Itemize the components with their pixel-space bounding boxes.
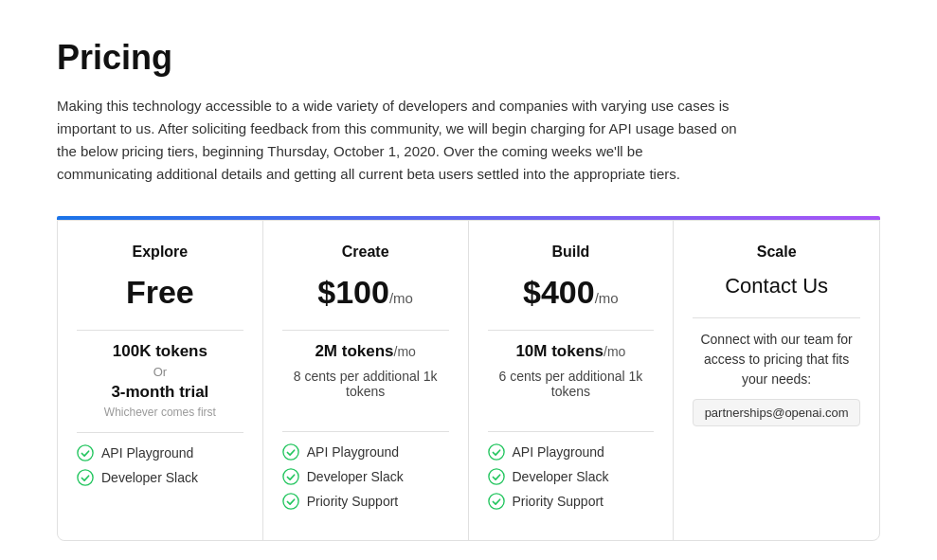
create-price-main: $100: [317, 274, 389, 310]
page-title: Pricing: [57, 38, 880, 78]
list-item: Developer Slack: [488, 468, 655, 485]
feature-label: API Playground: [513, 444, 604, 460]
list-item: Priority Support: [282, 493, 449, 510]
scale-contact-label: Contact Us: [725, 274, 828, 298]
build-price-period: /mo: [595, 290, 619, 306]
feature-label: Developer Slack: [513, 469, 609, 484]
check-icon: [282, 468, 299, 485]
svg-point-6: [488, 469, 503, 484]
create-tokens-amount: 2M tokens: [315, 342, 393, 360]
svg-point-5: [488, 444, 503, 460]
plan-explore: Explore Free 100K tokens Or 3-month tria…: [58, 221, 263, 540]
build-price-main: $400: [523, 274, 595, 310]
check-icon: [488, 493, 505, 510]
svg-point-2: [283, 444, 298, 460]
create-plan-price: $100/mo: [282, 274, 449, 311]
explore-plan-price: Free: [77, 274, 243, 311]
explore-features-list: API Playground Developer Slack: [77, 444, 243, 486]
create-plan-name: Create: [282, 244, 449, 261]
check-icon: [77, 469, 94, 486]
build-tokens-amount: 10M tokens: [515, 342, 604, 360]
create-tokens-additional: 8 cents per additional 1k tokens: [282, 369, 449, 399]
check-icon: [488, 468, 505, 485]
explore-tokens-or: Or: [77, 365, 243, 379]
build-plan-price: $400/mo: [488, 274, 655, 311]
create-tokens-main: 2M tokens/mo: [282, 342, 449, 361]
build-features-list: API Playground Developer Slack: [488, 443, 655, 510]
check-icon: [488, 443, 505, 461]
check-icon: [77, 444, 94, 461]
list-item: API Playground: [282, 443, 449, 461]
svg-point-4: [283, 494, 298, 509]
explore-tokens-section: 100K tokens Or 3-month trial Whichever c…: [77, 342, 243, 419]
page-description: Making this technology accessible to a w…: [57, 95, 739, 186]
list-item: Developer Slack: [77, 469, 243, 486]
create-price-period: /mo: [389, 290, 413, 306]
explore-price-main: Free: [126, 274, 194, 310]
svg-point-1: [78, 470, 93, 485]
build-plan-name: Build: [488, 244, 655, 261]
explore-tokens-trial: 3-month trial: [77, 383, 243, 402]
feature-label: Developer Slack: [101, 470, 198, 485]
explore-tokens-note: Whichever comes first: [77, 406, 243, 419]
scale-tokens-section: Connect with our team for access to pric…: [693, 330, 860, 426]
build-divider: [488, 330, 655, 331]
create-divider2: [282, 431, 449, 432]
create-features-list: API Playground Developer Slack: [282, 443, 449, 510]
explore-divider2: [77, 432, 243, 433]
build-tokens-unit: /mo: [604, 344, 625, 359]
explore-tokens-main: 100K tokens: [77, 342, 243, 361]
feature-label: Priority Support: [307, 494, 398, 509]
scale-plan-price: Contact Us: [693, 274, 860, 298]
plan-create: Create $100/mo 2M tokens/mo 8 cents per …: [263, 221, 469, 540]
build-tokens-main: 10M tokens/mo: [488, 342, 655, 361]
list-item: API Playground: [488, 443, 655, 461]
list-item: Priority Support: [488, 493, 655, 510]
scale-divider: [693, 317, 860, 318]
create-tokens-section: 2M tokens/mo 8 cents per additional 1k t…: [282, 342, 449, 418]
svg-point-7: [488, 494, 503, 509]
feature-label: Developer Slack: [307, 469, 404, 484]
pricing-table: Explore Free 100K tokens Or 3-month tria…: [57, 220, 880, 541]
feature-label: API Playground: [101, 445, 193, 461]
plan-build: Build $400/mo 10M tokens/mo 6 cents per …: [469, 221, 675, 540]
svg-point-3: [283, 469, 298, 484]
plan-scale: Scale Contact Us Connect with our team f…: [674, 221, 879, 540]
list-item: API Playground: [77, 444, 243, 461]
scale-email: partnerships@openai.com: [693, 399, 860, 426]
svg-point-0: [78, 445, 93, 461]
check-icon: [282, 443, 299, 461]
check-icon: [282, 493, 299, 510]
build-tokens-additional: 6 cents per additional 1k tokens: [488, 369, 655, 399]
scale-connect-text: Connect with our team for access to pric…: [693, 330, 860, 389]
feature-label: API Playground: [307, 444, 399, 460]
build-tokens-section: 10M tokens/mo 6 cents per additional 1k …: [488, 342, 655, 418]
explore-plan-name: Explore: [77, 244, 243, 261]
create-divider: [282, 330, 449, 331]
explore-divider: [77, 330, 243, 331]
feature-label: Priority Support: [513, 494, 604, 509]
list-item: Developer Slack: [282, 468, 449, 485]
build-divider2: [488, 431, 655, 432]
scale-plan-name: Scale: [693, 244, 860, 261]
create-tokens-unit: /mo: [394, 344, 416, 359]
